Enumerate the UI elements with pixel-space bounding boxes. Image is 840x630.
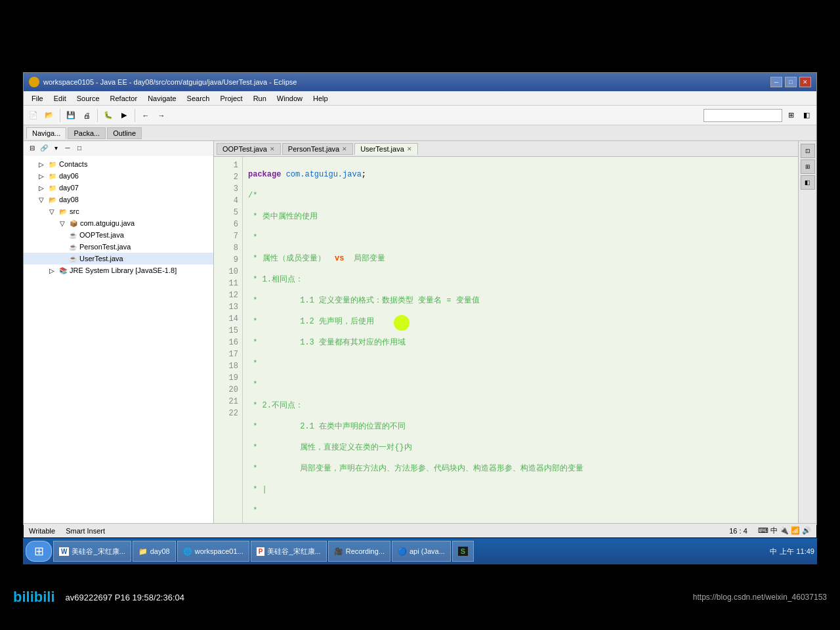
rp-btn-2[interactable]: ⊞: [801, 159, 815, 174]
minimize-view-button[interactable]: ─: [62, 142, 74, 154]
code-line-8: * 1.2 先声明，后使用: [248, 316, 793, 327]
tree-node-package[interactable]: ▽ 📦 com.atguigu.java: [24, 217, 213, 229]
tab-persontest-close[interactable]: ✕: [342, 146, 347, 152]
quick-access-input[interactable]: Access: [704, 109, 782, 122]
menu-search[interactable]: Search: [182, 93, 215, 104]
code-line-1: package com.atguigu.java;: [248, 169, 793, 180]
right-panel: ⊡ ⊞ ◧: [798, 141, 816, 523]
menu-edit[interactable]: Edit: [49, 93, 72, 104]
line-4: 4: [214, 195, 242, 207]
tree-node-day07[interactable]: ▷ 📁 day07: [24, 182, 213, 194]
tab-ooptest[interactable]: OOPTest.java ✕: [217, 143, 281, 155]
menu-file[interactable]: File: [26, 93, 49, 104]
taskbar-item-ppt[interactable]: P 美硅谷_宋红康...: [251, 541, 327, 562]
toolbar-view[interactable]: ◧: [799, 108, 814, 123]
toolbar-open[interactable]: 📂: [42, 108, 56, 123]
toolbar-forward[interactable]: →: [154, 108, 169, 123]
taskbar-item-word[interactable]: W 美硅谷_宋红康...: [53, 541, 131, 562]
rp-btn-3[interactable]: ◧: [801, 175, 815, 190]
maximize-view-button[interactable]: □: [74, 142, 85, 154]
toolbar-debug[interactable]: 🐛: [101, 108, 116, 123]
tab-navigator[interactable]: Naviga...: [26, 127, 66, 139]
tree-node-contacts[interactable]: ▷ 📁 Contacts: [24, 158, 213, 170]
line-19: 19: [214, 372, 242, 384]
line-20: 20: [214, 384, 242, 396]
toolbar-save[interactable]: 💾: [64, 108, 78, 123]
menu-window[interactable]: Window: [272, 93, 308, 104]
code-content[interactable]: package com.atguigu.java; /* * 类中属性的使用 *…: [243, 157, 798, 523]
tree-node-day06[interactable]: ▷ 📁 day06: [24, 170, 213, 182]
taskbar-item-api[interactable]: 🔵 api (Java...: [392, 541, 451, 562]
maximize-button[interactable]: □: [785, 77, 797, 87]
window-title: workspace0105 - Java EE - day08/src/com/…: [43, 78, 770, 86]
view-menu-button[interactable]: ▾: [50, 142, 62, 154]
line-2: 2: [214, 171, 242, 183]
taskbar-recording-label: Recording...: [346, 547, 385, 555]
code-line-6: * 1.相同点：: [248, 274, 793, 285]
menu-bar: File Edit Source Refactor Navigate Searc…: [24, 91, 816, 106]
taskbar-item-eclipse[interactable]: 🌐 workspace01...: [177, 541, 249, 562]
tree-node-jre[interactable]: ▷ 📚 JRE System Library [JavaSE-1.8]: [24, 264, 213, 276]
toolbar-print[interactable]: 🖨: [79, 108, 94, 123]
status-icons: ⌨ 中 🔌 📶 🔊: [758, 526, 811, 536]
tab-usertest[interactable]: UserTest.java ✕: [354, 143, 418, 155]
tab-persontest[interactable]: PersonTest.java ✕: [282, 143, 353, 155]
code-line-11: *: [248, 379, 793, 390]
word-icon: W: [59, 547, 69, 556]
tab-ooptest-close[interactable]: ✕: [270, 146, 275, 152]
tree-node-ooptest[interactable]: ☕ OOPTest.java: [24, 229, 213, 241]
eclipse-icon: [29, 77, 39, 87]
status-right: 16 : 4 ⌨ 中 🔌 📶 🔊: [729, 526, 811, 536]
window-controls: ─ □ ✕: [770, 77, 811, 87]
tab-package[interactable]: Packa...: [68, 127, 106, 139]
start-button[interactable]: ⊞: [26, 541, 52, 562]
tree-label-usertest: UserTest.java: [79, 255, 123, 262]
line-8: 8: [214, 242, 242, 254]
editor-area: OOPTest.java ✕ PersonTest.java ✕ UserTes…: [214, 141, 798, 523]
collapse-day08-icon: ▽: [37, 195, 46, 204]
recording-icon: 🎥: [334, 547, 343, 556]
tree-label-day07: day07: [59, 184, 79, 192]
close-button[interactable]: ✕: [799, 77, 811, 87]
tree-node-usertest[interactable]: ☕ UserTest.java: [24, 253, 213, 264]
taskbar-item-s[interactable]: S: [452, 541, 474, 562]
menu-help[interactable]: Help: [308, 93, 333, 104]
menu-refactor[interactable]: Refactor: [105, 93, 143, 104]
line-5: 5: [214, 207, 242, 219]
menu-run[interactable]: Run: [248, 93, 272, 104]
toolbar-perspective[interactable]: ⊞: [784, 108, 798, 123]
toolbar-sep-3: [135, 109, 135, 122]
menu-project[interactable]: Project: [215, 93, 247, 104]
line-9: 9: [214, 254, 242, 266]
code-line-3: * 类中属性的使用: [248, 211, 793, 222]
collapse-src-icon: ▽: [47, 207, 56, 216]
tree-node-src[interactable]: ▽ 📂 src: [24, 205, 213, 217]
taskbar-item-folder[interactable]: 📁 day08: [133, 541, 176, 562]
tab-usertest-close[interactable]: ✕: [407, 146, 412, 152]
line-numbers: 1 2 3 4 5 6 7 8 9 10 11 12 13 14 15 16 1: [214, 157, 243, 523]
main-content: ⊟ 🔗 ▾ ─ □ ▷ 📁 Contacts ▷ 📁 day06 ▷: [24, 141, 816, 523]
taskbar-right: 中 上午 11:49: [770, 547, 814, 556]
tree-node-persontest[interactable]: ☕ PersonTest.java: [24, 241, 213, 253]
collapse-all-button[interactable]: ⊟: [26, 142, 38, 154]
menu-source[interactable]: Source: [72, 93, 105, 104]
link-editor-button[interactable]: 🔗: [38, 142, 50, 154]
rp-btn-1[interactable]: ⊡: [801, 144, 815, 158]
left-panel-toolbar: ⊟ 🔗 ▾ ─ □: [24, 141, 213, 156]
toolbar: 📄 📂 💾 🖨 🐛 ▶ ← → Access ⊞ ◧: [24, 106, 816, 125]
taskbar-item-recording[interactable]: 🎥 Recording...: [328, 541, 390, 562]
menu-navigate[interactable]: Navigate: [142, 93, 181, 104]
line-11: 11: [214, 278, 242, 289]
tab-outline[interactable]: Outline: [107, 127, 142, 139]
toolbar-run[interactable]: ▶: [117, 108, 131, 123]
code-line-14: * 属性，直接定义在类的一对{}内: [248, 442, 793, 453]
code-line-5: * 属性（成员变量） vs 局部变量: [248, 253, 793, 264]
line-3: 3: [214, 183, 242, 195]
folder-taskbar-icon: 📁: [138, 547, 148, 556]
toolbar-back[interactable]: ←: [138, 108, 153, 123]
tree-node-day08[interactable]: ▽ 📂 day08: [24, 194, 213, 205]
minimize-button[interactable]: ─: [770, 77, 782, 87]
toolbar-new[interactable]: 📄: [26, 108, 41, 123]
java-usertest-icon: ☕: [68, 254, 77, 263]
code-editor: 1 2 3 4 5 6 7 8 9 10 11 12 13 14 15 16 1: [214, 157, 798, 523]
